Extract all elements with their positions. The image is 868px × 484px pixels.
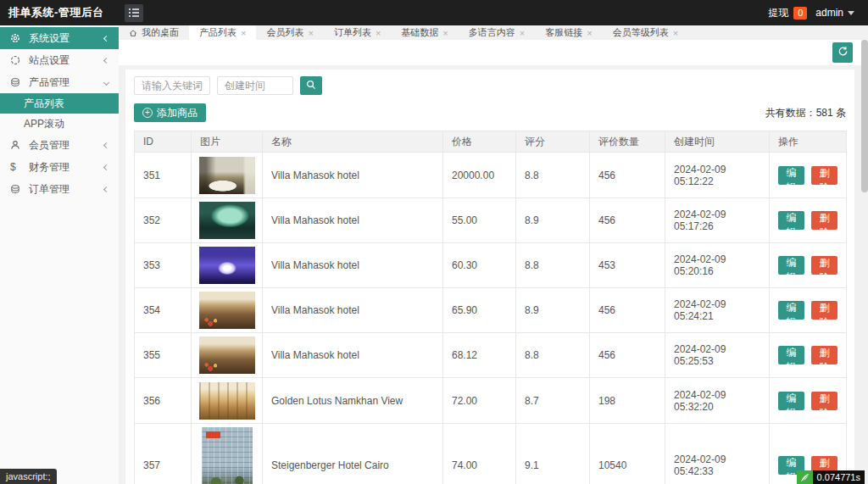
chevron-left-icon bbox=[103, 57, 109, 63]
cell-reviews: 10540 bbox=[590, 424, 665, 484]
sidebar-item-site-settings[interactable]: 站点设置 bbox=[0, 49, 119, 71]
close-icon[interactable]: × bbox=[376, 28, 381, 38]
table-row: 357 Steigenberger Hotel Cairo 74.00 9.1 … bbox=[135, 424, 847, 484]
cell-id: 352 bbox=[135, 198, 192, 243]
search-button[interactable] bbox=[300, 76, 322, 95]
product-table: ID 图片 名称 价格 评分 评价数量 创建时间 操作 351 Villa Ma… bbox=[134, 131, 847, 484]
delete-button[interactable]: 删除 bbox=[811, 392, 837, 410]
sidebar-subitem-app-scroll[interactable]: APP滚动 bbox=[0, 114, 119, 134]
tab-desktop[interactable]: 我的桌面 bbox=[119, 25, 189, 40]
table-row: 353 Villa Mahasok hotel 60.30 8.8 453 20… bbox=[135, 243, 847, 288]
withdraw-label: 提现 bbox=[768, 6, 788, 20]
product-photo bbox=[199, 292, 255, 329]
product-photo bbox=[199, 202, 255, 239]
admin-app: 排单系统-管理后台 提现 0 admin 系统设置 bbox=[0, 0, 868, 484]
coins-icon bbox=[10, 77, 22, 87]
tab-order-list[interactable]: 订单列表 × bbox=[324, 25, 391, 40]
delete-button[interactable]: 删除 bbox=[811, 211, 837, 230]
cell-score: 8.8 bbox=[516, 243, 590, 288]
withdraw-link[interactable]: 提现 0 bbox=[768, 6, 807, 20]
table-row: 351 Villa Mahasok hotel 20000.00 8.8 456… bbox=[135, 153, 847, 198]
close-icon[interactable]: × bbox=[308, 28, 313, 38]
create-time-input[interactable] bbox=[217, 76, 293, 95]
sidebar-subitem-label: 产品列表 bbox=[24, 97, 64, 111]
tab-base-data[interactable]: 基础数据 × bbox=[391, 25, 458, 40]
chevron-left-icon bbox=[103, 35, 109, 41]
col-header-price: 价格 bbox=[443, 131, 516, 153]
search-row bbox=[134, 76, 846, 95]
dollar-icon: $ bbox=[10, 162, 22, 172]
sidebar-subitem-label: APP滚动 bbox=[24, 117, 64, 131]
sidebar-item-label: 产品管理 bbox=[29, 75, 104, 90]
delete-button[interactable]: 删除 bbox=[811, 256, 837, 275]
username: admin bbox=[815, 7, 843, 19]
user-menu[interactable]: admin bbox=[815, 7, 854, 19]
chevron-down-icon bbox=[848, 11, 854, 15]
cell-created: 2024-02-09 05:24:21 bbox=[665, 288, 770, 333]
cell-id: 353 bbox=[135, 243, 192, 288]
sidebar-subitem-product-list[interactable]: 产品列表 bbox=[0, 93, 119, 114]
scrollbar-thumb[interactable] bbox=[861, 40, 868, 192]
cell-name: Villa Mahasok hotel bbox=[263, 243, 443, 288]
vertical-scrollbar[interactable] bbox=[861, 25, 868, 484]
refresh-button[interactable] bbox=[832, 42, 853, 63]
cell-created: 2024-02-09 05:17:26 bbox=[665, 198, 770, 243]
tab-support-link[interactable]: 客服链接 × bbox=[535, 25, 602, 40]
cell-name: Villa Mahasok hotel bbox=[263, 288, 443, 333]
tab-label: 基础数据 bbox=[401, 26, 438, 39]
close-icon[interactable]: × bbox=[241, 28, 246, 38]
sidebar-item-label: 系统设置 bbox=[29, 31, 104, 46]
cell-price: 65.90 bbox=[443, 288, 516, 333]
sidebar-item-system-settings[interactable]: 系统设置 bbox=[0, 27, 119, 49]
cell-id: 354 bbox=[135, 288, 192, 333]
tab-product-list[interactable]: 产品列表 × bbox=[189, 25, 256, 40]
edit-button[interactable]: 编辑 bbox=[778, 211, 804, 230]
edit-button[interactable]: 编辑 bbox=[778, 392, 804, 410]
add-product-button[interactable]: + 添加商品 bbox=[134, 103, 206, 122]
sidebar-item-product-management[interactable]: 产品管理 bbox=[0, 71, 119, 93]
sidebar-item-member-management[interactable]: 会员管理 bbox=[0, 134, 119, 156]
delete-button[interactable]: 删除 bbox=[811, 166, 837, 185]
cell-id: 356 bbox=[135, 378, 192, 424]
edit-button[interactable]: 编辑 bbox=[778, 256, 804, 275]
keyword-input[interactable] bbox=[134, 76, 210, 95]
tab-member-list[interactable]: 会员列表 × bbox=[256, 25, 323, 40]
tab-label: 订单列表 bbox=[334, 26, 371, 39]
delete-button[interactable]: 删除 bbox=[811, 301, 837, 320]
delete-button[interactable]: 删除 bbox=[811, 346, 837, 364]
close-icon[interactable]: × bbox=[673, 28, 678, 38]
cell-name: Villa Mahasok hotel bbox=[263, 333, 443, 378]
edit-button[interactable]: 编辑 bbox=[778, 166, 804, 185]
edit-button[interactable]: 编辑 bbox=[778, 301, 804, 320]
cell-created: 2024-02-09 05:25:53 bbox=[665, 333, 770, 378]
table-row: 355 Villa Mahasok hotel 68.12 8.8 456 20… bbox=[135, 333, 847, 378]
cell-created: 2024-02-09 05:42:33 bbox=[665, 424, 770, 484]
col-header-image: 图片 bbox=[192, 131, 263, 153]
cell-score: 8.8 bbox=[516, 333, 590, 378]
tab-multilanguage[interactable]: 多语言内容 × bbox=[459, 25, 535, 40]
sidebar-item-label: 站点设置 bbox=[29, 53, 104, 68]
table-row: 354 Villa Mahasok hotel 65.90 8.9 456 20… bbox=[135, 288, 847, 333]
sidebar-item-finance-management[interactable]: $ 财务管理 bbox=[0, 156, 119, 178]
close-icon[interactable]: × bbox=[520, 28, 525, 38]
cell-name: Villa Mahasok hotel bbox=[263, 153, 443, 198]
leaf-icon bbox=[797, 470, 813, 484]
tab-member-level-list[interactable]: 会员等级列表 × bbox=[603, 25, 688, 40]
edit-button[interactable]: 编辑 bbox=[778, 346, 804, 364]
sidebar-item-order-management[interactable]: 订单管理 bbox=[0, 178, 119, 200]
plus-icon: + bbox=[142, 108, 153, 118]
refresh-icon bbox=[837, 46, 849, 59]
close-icon[interactable]: × bbox=[442, 28, 448, 38]
table-header-row: ID 图片 名称 价格 评分 评价数量 创建时间 操作 bbox=[135, 131, 847, 153]
sidebar-toggle-button[interactable] bbox=[125, 4, 143, 22]
cell-created: 2024-02-09 05:20:16 bbox=[665, 243, 770, 288]
add-product-label: 添加商品 bbox=[157, 106, 198, 120]
cell-id: 357 bbox=[135, 424, 192, 484]
link-status-tooltip: javascript:; bbox=[0, 469, 57, 484]
col-header-created: 创建时间 bbox=[665, 131, 770, 153]
close-icon[interactable]: × bbox=[587, 28, 592, 38]
sidebar: 系统设置 站点设置 产品管理 产品列表 APP滚动 bbox=[0, 25, 119, 484]
col-header-name: 名称 bbox=[263, 131, 443, 153]
chevron-down-icon bbox=[103, 79, 109, 85]
cell-id: 355 bbox=[135, 333, 192, 378]
